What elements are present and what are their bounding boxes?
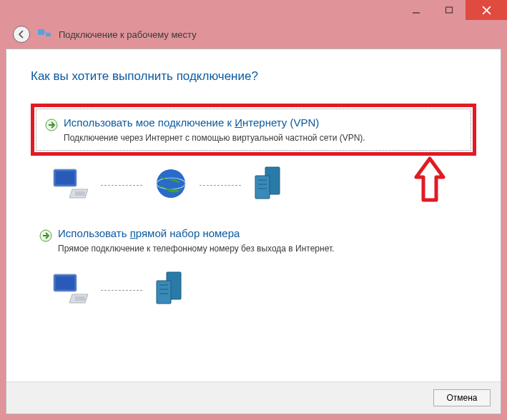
connection-line <box>101 185 142 186</box>
svg-rect-1 <box>446 7 453 13</box>
option-dialup[interactable]: Использовать прямой набор номера Прямое … <box>31 220 476 261</box>
option-dialup-title: Использовать прямой набор номера <box>58 227 240 239</box>
svg-rect-9 <box>75 191 85 196</box>
svg-rect-8 <box>56 171 74 184</box>
option-vpn[interactable]: Использовать мое подключение к Интернету… <box>36 109 471 151</box>
connection-line <box>200 185 241 186</box>
svg-rect-13 <box>255 176 270 199</box>
wizard-content: Как вы хотите выполнить подключение? Исп… <box>6 49 501 381</box>
globe-icon <box>154 166 188 204</box>
wizard-footer: Отмена <box>6 381 501 414</box>
annotation-arrow-icon <box>412 156 448 209</box>
minimize-button[interactable] <box>400 0 433 20</box>
arrow-right-icon <box>39 229 52 242</box>
wizard-header: Подключение к рабочему месту <box>0 20 507 49</box>
cancel-button[interactable]: Отмена <box>433 389 491 406</box>
annotation-highlight-box: Использовать мое подключение к Интернету… <box>31 104 476 156</box>
wizard-frame: Как вы хотите выполнить подключение? Исп… <box>6 49 501 414</box>
back-button[interactable] <box>13 26 30 43</box>
option-dialup-subtitle: Прямое подключение к телефонному номеру … <box>58 244 468 254</box>
window-titlebar <box>0 0 507 20</box>
svg-rect-19 <box>56 276 74 289</box>
computer-icon <box>51 273 89 307</box>
server-icon <box>252 166 282 204</box>
option-vpn-title: Использовать мое подключение к Интернету… <box>64 116 319 129</box>
option-vpn-subtitle: Подключение через Интернет с помощью вир… <box>64 133 462 143</box>
maximize-button[interactable] <box>433 0 466 20</box>
arrow-right-icon <box>45 119 58 131</box>
server-icon <box>154 271 184 309</box>
svg-rect-20 <box>75 296 85 301</box>
workplace-connection-icon <box>37 27 51 41</box>
close-button[interactable] <box>466 0 507 20</box>
connection-line <box>101 290 142 291</box>
wizard-title: Подключение к рабочему месту <box>59 29 197 40</box>
page-heading: Как вы хотите выполнить подключение? <box>31 69 476 84</box>
svg-rect-5 <box>46 33 51 36</box>
svg-rect-22 <box>157 281 171 304</box>
computer-icon <box>51 168 89 202</box>
dialup-illustration <box>51 271 476 309</box>
vpn-illustration <box>51 166 476 204</box>
svg-rect-4 <box>38 29 44 35</box>
